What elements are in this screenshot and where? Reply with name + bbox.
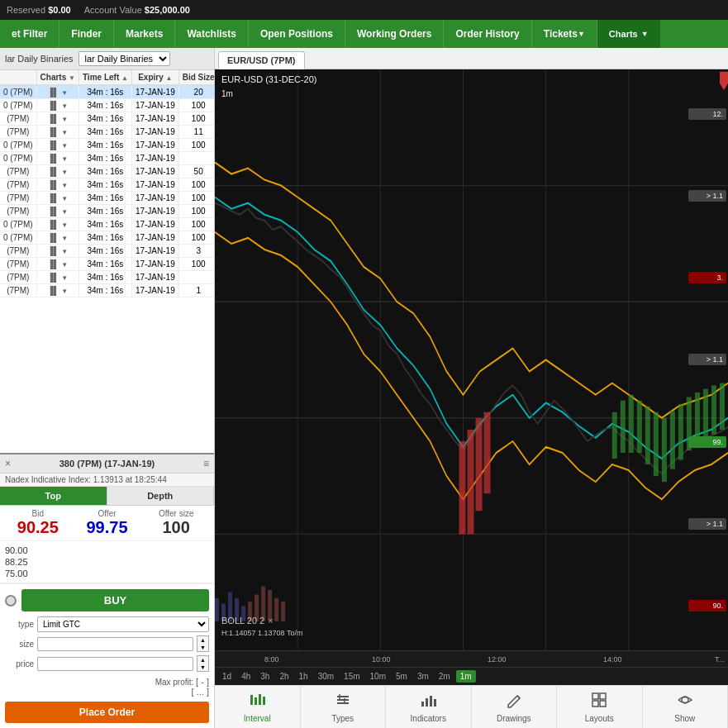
table-row[interactable]: (7PM) ▐▌ ▼ 34m : 16s 17-JAN-19 3 2.50 5.… [0,245,214,258]
size-spinner[interactable]: ▲ ▼ [197,635,209,652]
row-chart[interactable]: ▐▌ ▼ [36,99,79,112]
filter-label: lar Daily Binaries [5,54,74,64]
toolbar-show[interactable]: Show [643,686,729,728]
toolbar-layouts-label: Layouts [585,714,614,723]
row-chart[interactable]: ▐▌ ▼ [36,165,79,178]
row-chart[interactable]: ▐▌ ▼ [36,231,79,245]
col-charts[interactable]: Charts ▼ [36,70,79,85]
table-row[interactable]: 0 (7PM) ▐▌ ▼ 34m : 16s 17-JAN-19 100 0.2… [0,99,214,112]
buy-radio[interactable] [5,595,17,607]
filter-select[interactable]: lar Daily Binaries [79,51,170,66]
row-chart[interactable]: ▐▌ ▼ [36,85,79,99]
table-row[interactable]: (7PM) ▐▌ ▼ 34m : 16s 17-JAN-19 100 92.25… [0,192,214,205]
boll-remove-button[interactable]: × [268,616,273,626]
nav-item-openpositions[interactable]: Open Positions [249,20,345,48]
tf-3h[interactable]: 3h [256,670,274,683]
table-row[interactable]: 0 (7PM) ▐▌ ▼ 34m : 16s 17-JAN-19 100 3.2… [0,231,214,245]
chart-tab-eurusd[interactable]: EUR/USD (7PM) [218,51,305,69]
tf-3m[interactable]: 3m [413,670,433,683]
table-row[interactable]: (7PM) ▐▌ ▼ 34m : 16s 17-JAN-19 11 1.00 5… [0,126,214,139]
toolbar-types-label: Types [331,714,354,723]
row-timeleft: 34m : 16s [79,152,131,165]
tf-2m[interactable]: 2m [435,670,454,683]
row-expiry: 17-JAN-19 [131,99,178,112]
toolbar-interval[interactable]: Interval [215,686,301,728]
row-expiry: 17-JAN-19 [131,245,178,258]
order-header: × 380 (7PM) (17-JAN-19) ≡ [0,454,214,473]
table-row[interactable]: 0 (7PM) ▐▌ ▼ 34m : 16s 17-JAN-19 - 7.75 … [0,152,214,165]
table-row[interactable]: (7PM) ▐▌ ▼ 34m : 16s 17-JAN-19 50 73.00 … [0,165,214,178]
row-chart[interactable]: ▐▌ ▼ [36,245,79,258]
row-chart[interactable]: ▐▌ ▼ [36,258,79,271]
nav-item-watchlists[interactable]: Watchlists [175,20,249,48]
right-panel: EUR/USD (7PM) [215,48,728,728]
tf-5m[interactable]: 5m [392,670,412,683]
price-label-12: 12. [688,108,726,120]
col-bidsize[interactable]: Bid Size [178,70,214,85]
tf-15m[interactable]: 15m [340,670,364,683]
row-chart[interactable]: ▐▌ ▼ [36,271,79,284]
tf-1m[interactable]: 1m [456,670,476,683]
price-label-3: 3. [688,272,726,283]
tab-depth[interactable]: Depth [107,487,215,505]
data-table: Charts ▼ Time Left ▲ Expiry ▲ Bid Size B… [0,70,214,453]
nav-item-finder[interactable]: Finder [59,20,114,48]
toolbar-drawings[interactable]: Drawings [472,686,558,728]
table-row[interactable]: (7PM) ▐▌ ▼ 34m : 16s 17-JAN-19 100 8.25 … [0,205,214,218]
row-chart[interactable]: ▐▌ ▼ [36,126,79,139]
toolbar-indicators[interactable]: Indicators [386,686,472,728]
size-input[interactable] [37,637,193,651]
table-row[interactable]: (7PM) ▐▌ ▼ 34m : 16s 17-JAN-19 - 5.75 10… [0,271,214,284]
col-timeleft[interactable]: Time Left ▲ [79,70,131,85]
nav-item-filter[interactable]: et Filter [0,20,59,48]
row-timeleft: 34m : 16s [79,271,131,284]
tab-top[interactable]: Top [0,487,107,505]
table-row[interactable]: (7PM) ▐▌ ▼ 34m : 16s 17-JAN-19 1 96.50 9… [0,284,214,297]
tf-4h[interactable]: 4h [237,670,255,683]
price-input[interactable] [37,657,193,671]
table-row[interactable]: (7PM) ▐▌ ▼ 34m : 16s 17-JAN-19 100 0.25 … [0,178,214,192]
row-chart[interactable]: ▐▌ ▼ [36,139,79,152]
row-chart[interactable]: ▐▌ ▼ [36,218,79,231]
table-row[interactable]: 0 (7PM) ▐▌ ▼ 34m : 16s 17-JAN-19 100 0.2… [0,139,214,152]
tf-1h[interactable]: 1h [295,670,312,683]
buy-button[interactable]: BUY [21,589,209,611]
row-chart[interactable]: ▐▌ ▼ [36,205,79,218]
nav-item-workingorders[interactable]: Working Orders [345,20,444,48]
tf-10m[interactable]: 10m [366,670,390,683]
row-timeleft: 34m : 16s [79,139,131,152]
order-menu-button[interactable]: ≡ [203,458,209,469]
price-spinner[interactable]: ▲ ▼ [197,655,209,672]
tf-1d[interactable]: 1d [218,670,236,683]
ohlc-label: H:1.14057 1.13708 To/m [221,629,302,637]
svg-rect-37 [274,598,278,621]
order-type-select[interactable]: Limit GTC [37,616,209,632]
table-row[interactable]: (7PM) ▐▌ ▼ 34m : 16s 17-JAN-19 100 47.75… [0,112,214,126]
tf-30m[interactable]: 30m [314,670,338,683]
row-expiry: 17-JAN-19 [131,284,178,297]
row-chart[interactable]: ▐▌ ▼ [36,192,79,205]
svg-rect-52 [434,699,436,707]
tf-2h[interactable]: 2h [275,670,293,683]
nav-item-orderhistory[interactable]: Order History [444,20,531,48]
svg-rect-40 [250,695,253,705]
row-chart[interactable]: ▐▌ ▼ [36,112,79,126]
order-close-button[interactable]: × [5,458,11,469]
table-row[interactable]: (7PM) ▐▌ ▼ 34m : 16s 17-JAN-19 100 1.25 … [0,258,214,271]
toolbar-types[interactable]: Types [301,686,387,728]
table-row[interactable]: 0 (7PM) ▐▌ ▼ 34m : 16s 17-JAN-19 20 90.2… [0,85,214,99]
row-chart[interactable]: ▐▌ ▼ [36,178,79,192]
row-chart[interactable]: ▐▌ ▼ [36,152,79,165]
row-timeleft: 34m : 16s [79,112,131,126]
place-order-button[interactable]: Place Order [5,702,209,723]
row-name: (7PM) [0,165,36,178]
row-chart[interactable]: ▐▌ ▼ [36,284,79,297]
nav-item-tickets[interactable]: Tickets ▼ [532,20,597,48]
toolbar-indicators-label: Indicators [411,714,446,723]
nav-item-charts[interactable]: Charts ▼ [597,20,661,48]
toolbar-layouts[interactable]: Layouts [557,686,643,728]
nav-item-markets[interactable]: Markets [114,20,175,48]
interval-icon [249,692,265,712]
table-row[interactable]: 0 (7PM) ▐▌ ▼ 34m : 16s 17-JAN-19 100 56.… [0,218,214,231]
col-expiry[interactable]: Expiry ▲ [131,70,178,85]
